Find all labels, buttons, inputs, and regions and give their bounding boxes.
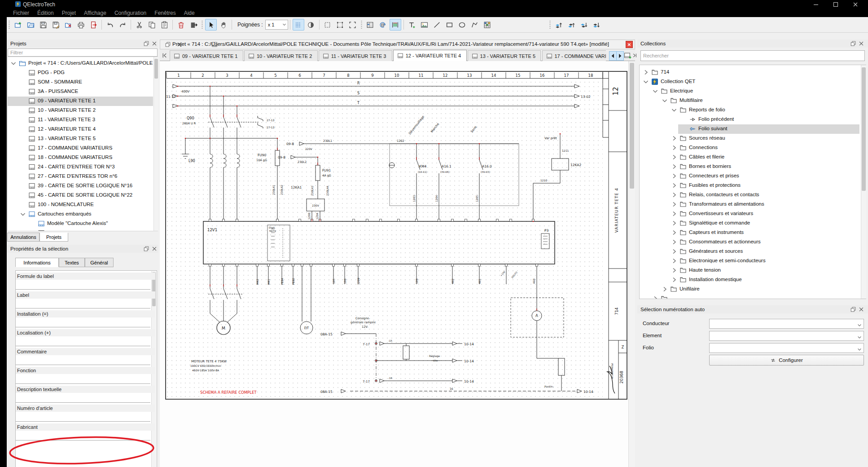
chevron-right-icon[interactable] — [671, 257, 678, 264]
properties-tab-textes[interactable]: Textes — [59, 258, 85, 267]
seldash-icon[interactable] — [322, 19, 333, 31]
tree-item-electrique[interactable]: Electrique — [640, 87, 866, 96]
field-input-label[interactable] — [16, 299, 150, 308]
field-input-formule-du-label[interactable] — [16, 280, 150, 290]
tree-item-24-carte-d-entree-tor-n-3[interactable]: 24 - CARTE D'ENTREE TOR N°3 — [8, 163, 158, 172]
properties-tab-informations[interactable]: Informations — [15, 258, 59, 267]
tree-item-consommateurs-et-actionneurs[interactable]: Consommateurs et actionneurs — [640, 238, 866, 247]
chevron-right-icon[interactable] — [671, 210, 678, 217]
numbering-combo-folio[interactable] — [709, 343, 864, 353]
tree-item-sources-r-seau[interactable]: Sources réseau — [640, 134, 866, 143]
grid-icon[interactable] — [293, 19, 304, 31]
tree-item-installation-domestique[interactable]: Installation domestique — [640, 275, 866, 285]
field-input-installation-[interactable] — [16, 318, 150, 327]
tree-item-unifilaire[interactable]: Unifilaire — [640, 285, 866, 294]
chevron-right-icon[interactable] — [671, 201, 678, 208]
file-close-icon[interactable] — [62, 19, 74, 31]
cursor-icon[interactable] — [205, 19, 217, 31]
chevron-right-icon[interactable] — [671, 144, 678, 151]
tree-item-45-carte-de-sortie-logique-n-22[interactable]: 45 - CARTE DE SORTIE LOGIQUE N°22 — [8, 191, 158, 200]
save-icon[interactable] — [37, 19, 49, 31]
field-input-localisation-[interactable] — [16, 337, 150, 346]
redo-icon[interactable] — [117, 19, 128, 31]
close-panel-icon[interactable] — [858, 40, 864, 47]
field-input-description-textuelle[interactable] — [16, 393, 150, 403]
tree-item-3a-puissance[interactable]: 3A - PUISSANCE — [8, 87, 158, 97]
close-panel-icon[interactable] — [151, 40, 158, 47]
chevron-right-icon[interactable] — [671, 229, 678, 236]
maximize-button[interactable] — [832, 1, 839, 8]
minimize-button[interactable] — [812, 1, 820, 8]
tree-item-714[interactable]: 714 — [640, 68, 866, 77]
tree-item-multifilaire[interactable]: Multifilaire — [640, 96, 866, 106]
image-icon[interactable] — [419, 19, 430, 31]
close-button[interactable] — [852, 1, 859, 8]
collections-scrollbar[interactable] — [861, 65, 866, 299]
chevron-down-icon[interactable] — [642, 78, 649, 85]
toolbar-drag-handle[interactable] — [360, 20, 363, 30]
chevron-right-icon[interactable] — [642, 69, 649, 76]
tree-item-bornes-et-borniers[interactable]: Bornes et borniers — [640, 162, 866, 172]
projects-tree-scrollbar[interactable] — [153, 57, 158, 231]
paste-special-icon[interactable] — [188, 19, 199, 31]
collections-search-input[interactable]: Rechercher — [640, 50, 865, 61]
trash-icon[interactable] — [175, 19, 187, 31]
tree-item-capteurs-et-instruments[interactable]: Capteurs et instruments — [640, 228, 866, 238]
ellipse-icon[interactable] — [456, 19, 468, 31]
rotate-icon[interactable] — [377, 19, 389, 31]
tree-item-39-carte-de-sortie-logique-n-16[interactable]: 39 - CARTE DE SORTIE LOGIQUE N°16 — [8, 181, 158, 191]
tree-item-13-variateur-tete-5[interactable]: 13 - VARIATEUR TETE 5 — [8, 134, 158, 144]
close-panel-icon[interactable] — [151, 246, 158, 252]
tree-item-mod-le-cartouche-alexis[interactable]: Modèle "Cartouche Alexis" — [8, 219, 158, 229]
halfdisc-icon[interactable] — [305, 19, 317, 31]
tree-item-pdg-pdg[interactable]: PDG - PDG — [8, 68, 158, 78]
chevron-down-icon[interactable] — [661, 97, 668, 104]
chevron-right-icon[interactable] — [661, 286, 668, 293]
folio-tab-12[interactable]: 12 - VARIATEUR TETE 4 — [393, 50, 467, 61]
close-panel-icon[interactable] — [858, 306, 864, 313]
field-input-nume-ro-d-article[interactable] — [16, 412, 150, 422]
folio-tab-11[interactable]: 11 - VARIATEUR TETE 3 — [319, 50, 392, 61]
last-folio-button[interactable] — [632, 51, 638, 60]
rect-icon[interactable] — [444, 19, 456, 31]
chevron-down-icon[interactable] — [652, 88, 659, 95]
chevron-right-icon[interactable] — [671, 172, 678, 180]
tree-item-10-variateur-tete-2[interactable]: 10 - VARIATEUR TETE 2 — [8, 106, 158, 115]
first-folio-button[interactable] — [161, 51, 168, 60]
close-project-button[interactable]: ✕ — [626, 41, 633, 48]
seldash3-icon[interactable] — [347, 19, 359, 31]
tree-item-partial[interactable] — [640, 294, 866, 299]
field-input-commentaire[interactable] — [16, 356, 150, 365]
menu-edition[interactable]: Édition — [33, 10, 58, 16]
float-panel-icon[interactable] — [143, 40, 149, 47]
tree-item-convertisseurs-et-variateurs[interactable]: Convertisseurs et variateurs — [640, 209, 866, 219]
tree-item-haute-tension[interactable]: Haute tension — [640, 266, 866, 275]
chevron-right-icon[interactable] — [671, 191, 678, 198]
add-folio-button[interactable] — [624, 51, 631, 60]
folio-tab-17[interactable]: 17 - COMMANDE VARIATEURS — [542, 50, 606, 61]
tree-item-partial[interactable] — [8, 229, 158, 231]
tree-item-signal-tique-et-commande[interactable]: Signalétique et commande — [640, 219, 866, 228]
chevron-down-icon[interactable] — [19, 211, 26, 218]
tree-item-cartouches-embarqu-s[interactable]: Cartouches embarqués — [8, 210, 158, 219]
chevron-right-icon[interactable] — [671, 248, 678, 255]
file-new-icon[interactable] — [12, 19, 24, 31]
tree-item-c-bles-et-filerie[interactable]: Câbles et filerie — [640, 153, 866, 162]
chevron-right-icon[interactable] — [671, 182, 678, 189]
menu-projet[interactable]: Projet — [58, 10, 80, 16]
chevron-down-icon[interactable] — [10, 60, 17, 67]
numbering-combo-element[interactable] — [709, 331, 864, 341]
field-input-fonction[interactable] — [16, 374, 150, 384]
tree-item-folio-suivant[interactable]: Folio suivant — [640, 124, 866, 134]
canvas-scrollbar[interactable] — [628, 61, 635, 467]
menu-fichier[interactable]: Fichier — [9, 10, 33, 16]
tree-item-reports-de-folio[interactable]: Reports de folio — [640, 106, 866, 115]
folio-tab-09[interactable]: 09 - VARIATEUR TETE 1 — [170, 50, 243, 61]
chevron-right-icon[interactable] — [671, 154, 678, 161]
z-up-icon[interactable] — [566, 19, 577, 31]
previous-folio-button[interactable] — [609, 51, 617, 61]
terminals-icon[interactable] — [390, 19, 401, 31]
table-icon[interactable] — [482, 19, 493, 31]
tree-item-connecteurs-et-prises[interactable]: Connecteurs et prises — [640, 172, 866, 181]
export-icon[interactable] — [88, 19, 99, 31]
